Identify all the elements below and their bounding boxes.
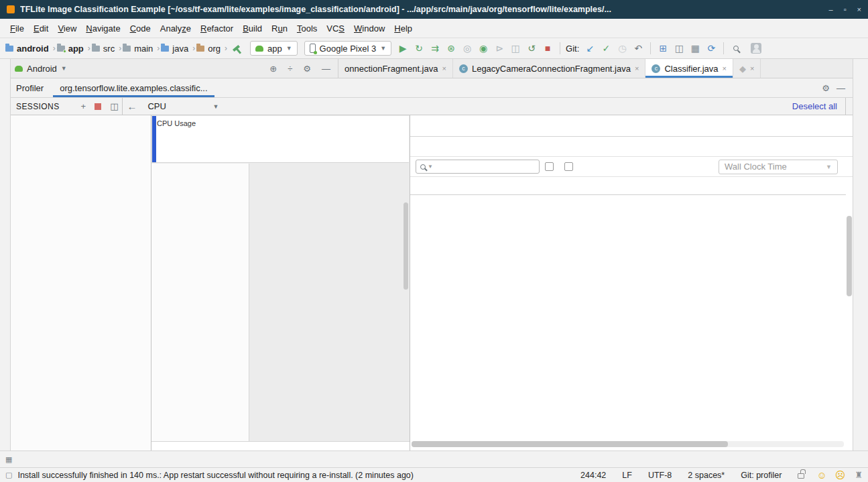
attach-profiler-button[interactable]: ◫ <box>507 40 523 56</box>
stop-button[interactable]: ■ <box>540 40 556 56</box>
sad-face-icon[interactable]: ☹ <box>835 470 846 480</box>
tool-windows-icon[interactable]: ▦ <box>5 455 12 464</box>
menu-code[interactable]: Code <box>125 21 156 36</box>
menu-run[interactable]: Run <box>267 21 292 36</box>
apply-code-changes-button[interactable]: ⇉ <box>427 40 443 56</box>
file-encoding[interactable]: UTF-8 <box>648 471 672 480</box>
minimize-button[interactable]: – <box>829 6 833 13</box>
hide-panel-button[interactable]: — <box>318 64 334 74</box>
hide-panel-button[interactable]: — <box>833 83 849 93</box>
add-session-button[interactable]: + <box>77 101 90 111</box>
update-project-button[interactable]: ↙ <box>582 40 598 56</box>
breadcrumb-org[interactable]: org <box>196 44 221 54</box>
editor-tab-onnectionFragment-java[interactable]: onnectionFragment.java× <box>338 59 453 78</box>
caret-position[interactable]: 244:42 <box>580 471 606 480</box>
avatar[interactable] <box>751 43 761 54</box>
selection-range[interactable] <box>152 116 156 162</box>
close-icon[interactable]: × <box>442 64 446 72</box>
run-with-coverage-button[interactable]: ◎ <box>459 40 475 56</box>
cpu-usage-minimap[interactable]: CPU Usage <box>152 116 409 163</box>
apply-changes-and-restart-button[interactable]: ↻ <box>411 40 427 56</box>
scrollbar-thumb[interactable] <box>847 216 852 296</box>
gear-icon[interactable]: ⚙ <box>818 83 833 93</box>
close-button[interactable]: × <box>857 6 861 13</box>
menu-tools[interactable]: Tools <box>292 21 322 36</box>
breadcrumb-java[interactable]: java <box>161 44 188 54</box>
run-button[interactable]: ▶ <box>395 40 411 56</box>
breadcrumb-app[interactable]: app <box>57 44 84 54</box>
search-icon <box>733 46 739 51</box>
device-label: Google Pixel 3 <box>320 44 377 54</box>
locate-file-button[interactable]: ⊕ <box>266 64 280 74</box>
editor-tabs: onnectionFragment.java×cLegacyCameraConn… <box>338 59 853 78</box>
profiler-session-tab[interactable]: org.tensorflow.lite.examples.classific..… <box>53 78 214 97</box>
device-select[interactable]: Google Pixel 3 ▼ <box>304 41 391 56</box>
menu-navigate[interactable]: Navigate <box>81 21 125 36</box>
run-configuration-label: app <box>267 44 282 54</box>
commit-button[interactable]: ✓ <box>598 40 614 56</box>
profiler-label: Profiler <box>16 83 44 93</box>
sync-project-button[interactable]: ⟳ <box>703 40 719 56</box>
search-field[interactable]: ▼ <box>416 160 540 174</box>
indent-setting[interactable]: 2 spaces* <box>688 471 725 480</box>
window-toggle-icon[interactable]: ▢ <box>5 471 12 479</box>
back-arrow-icon[interactable]: ← <box>123 101 141 112</box>
history-button[interactable]: ◷ <box>614 40 630 56</box>
stop-and-rerun-button[interactable]: ↺ <box>523 40 540 56</box>
horizontal-scrollbar[interactable] <box>412 441 844 447</box>
menu-file[interactable]: File <box>5 21 29 36</box>
running-devices-button[interactable]: ⊞ <box>655 40 671 56</box>
menu-analyze[interactable]: Analyze <box>156 21 196 36</box>
breadcrumb-main[interactable]: main <box>123 44 153 54</box>
line-separator[interactable]: LF <box>622 471 632 480</box>
project-view-selector[interactable]: Android <box>27 64 57 74</box>
avd-manager-button[interactable]: ▦ <box>687 40 703 56</box>
left-tool-stripe <box>0 59 11 450</box>
maximize-button[interactable]: ▫ <box>844 6 847 13</box>
lock-icon[interactable] <box>798 473 804 479</box>
run-configuration-select[interactable]: app ▼ <box>250 41 298 56</box>
editor-tab-LegacyCameraConnectionFragment-java[interactable]: cLegacyCameraConnectionFragment.java× <box>453 59 645 78</box>
search-everywhere-button[interactable] <box>728 40 744 56</box>
attach-debugger-button[interactable]: ⊳ <box>491 40 507 56</box>
menu-edit[interactable]: Edit <box>29 21 53 36</box>
breadcrumb-android[interactable]: android <box>5 44 49 54</box>
main-toolbar: android›app›src›main›java›org› app ▼ Goo… <box>0 38 868 59</box>
class-icon: c <box>652 64 660 73</box>
breadcrumb-src[interactable]: src <box>92 44 115 54</box>
scrollbar-thumb[interactable] <box>404 202 408 290</box>
collapse-sessions-button[interactable]: ◫ <box>106 101 122 111</box>
build-hammer-icon[interactable] <box>233 45 240 52</box>
chevron-down-icon: ▼ <box>213 103 219 110</box>
editor-tab-ghost[interactable]: ◆× <box>733 59 761 78</box>
collapse-all-button[interactable]: ÷ <box>284 64 296 74</box>
menu-help[interactable]: Help <box>389 21 417 36</box>
close-icon[interactable]: × <box>750 64 754 72</box>
clock-type-label: Wall Clock Time <box>725 162 787 172</box>
debug-button[interactable]: ⊛ <box>443 40 459 56</box>
rollback-button[interactable]: ↶ <box>630 40 646 56</box>
menu-window[interactable]: Window <box>349 21 389 36</box>
gear-icon[interactable]: ⚙ <box>300 64 314 74</box>
deselect-all-link[interactable]: Deselect all <box>792 101 837 111</box>
menu-build[interactable]: Build <box>238 21 267 36</box>
status-message[interactable]: Install successfully finished in 140 ms.… <box>17 471 414 480</box>
stage-select[interactable]: CPU ▼ <box>141 101 225 111</box>
git-branch[interactable]: Git: profiler <box>741 471 782 480</box>
search-input[interactable] <box>435 162 535 172</box>
hector-inspector-icon[interactable]: ♜ <box>855 470 863 480</box>
regex-checkbox[interactable] <box>564 162 573 171</box>
clock-type-select[interactable]: Wall Clock Time ▼ <box>719 160 838 174</box>
profile-button[interactable]: ◉ <box>475 40 491 56</box>
happy-face-icon[interactable]: ☺ <box>816 470 826 480</box>
close-icon[interactable]: × <box>635 64 639 72</box>
stop-session-button[interactable] <box>95 103 101 110</box>
close-icon[interactable]: × <box>723 64 727 72</box>
device-manager-button[interactable]: ◫ <box>671 40 687 56</box>
menu-vcs[interactable]: VCS <box>322 21 349 36</box>
menu-view[interactable]: View <box>53 21 81 36</box>
menu-refactor[interactable]: Refactor <box>196 21 238 36</box>
scrollbar-thumb[interactable] <box>412 441 728 447</box>
editor-tab-Classifier-java[interactable]: cClassifier.java× <box>645 59 733 78</box>
match-case-checkbox[interactable] <box>545 162 554 171</box>
